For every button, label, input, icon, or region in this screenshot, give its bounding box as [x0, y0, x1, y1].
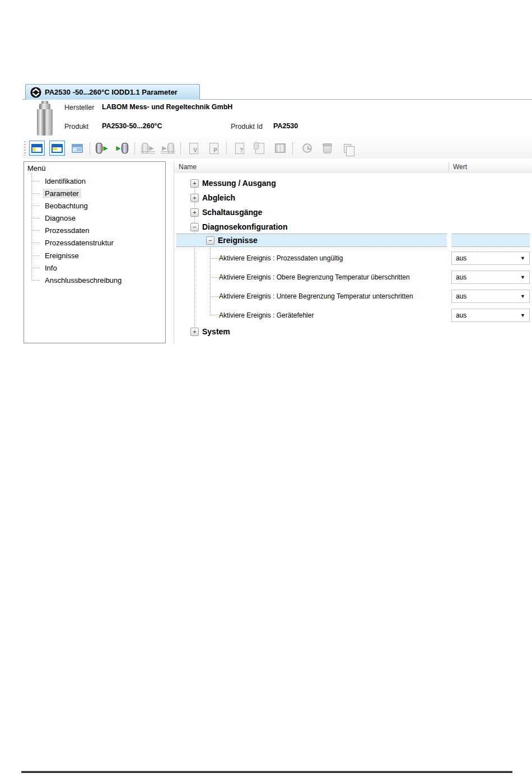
- collapse-icon[interactable]: −: [206, 236, 214, 245]
- page-footer-rule: [21, 771, 512, 773]
- vendor-document-button[interactable]: V: [186, 141, 202, 156]
- value-dropdown[interactable]: aus ▼: [451, 271, 530, 284]
- tree-row-messung-ausgang[interactable]: + Messung / Ausgang: [174, 176, 532, 190]
- device-help-button[interactable]: ?: [232, 141, 248, 156]
- toolbar-separator: [226, 142, 227, 155]
- device-view-icon: [52, 144, 63, 153]
- sidebar-item-prozessdaten[interactable]: Prozessdaten: [24, 225, 92, 236]
- produkt-id-value: PA2530: [273, 122, 298, 130]
- delete-button[interactable]: [319, 141, 335, 156]
- grid-header: Name Wert: [174, 161, 532, 173]
- produkt-id-label: Produkt Id: [231, 123, 263, 130]
- trash-icon: [323, 145, 332, 153]
- toolbar-separator: [292, 142, 293, 155]
- grid-view-icon: [72, 144, 83, 153]
- param-row-untere-begrenzung[interactable]: Aktiviere Ereignis : Untere Begrenzung T…: [174, 287, 532, 306]
- parameter-panel: Name Wert + Messung / Ausgang + Abgleich…: [174, 161, 532, 343]
- device-help-icon: ?: [235, 143, 244, 154]
- device-sync-icon: [255, 143, 264, 154]
- save-icon: [344, 144, 351, 153]
- menu-root[interactable]: Menü: [27, 164, 46, 173]
- tab-title: PA2530 -50...260°C IODD1.1 Parameter: [45, 88, 178, 96]
- chevron-down-icon: ▼: [520, 313, 525, 318]
- toolbar-separator: [180, 142, 181, 155]
- upload-from-device-button[interactable]: ▶: [140, 141, 156, 156]
- tree-row-system[interactable]: + System: [174, 324, 532, 339]
- sidebar-item-info[interactable]: Info: [24, 262, 59, 273]
- hersteller-label: Hersteller: [64, 104, 95, 111]
- tree-row-diagnosekonfiguration[interactable]: − Diagnosekonfiguration: [174, 220, 532, 234]
- product-document-button[interactable]: P: [206, 141, 222, 156]
- column-header-wert[interactable]: Wert: [453, 163, 467, 171]
- vendor-document-icon: V: [189, 143, 198, 154]
- device-view-button[interactable]: [49, 141, 65, 156]
- chevron-down-icon: ▼: [520, 255, 525, 261]
- page: PA2530 -50...260°C IODD1.1 Parameter Her…: [0, 0, 532, 783]
- toolbar-separator: [90, 142, 90, 155]
- expand-icon[interactable]: +: [190, 328, 199, 336]
- column-divider[interactable]: [449, 162, 449, 171]
- tree-row-abgleich[interactable]: + Abgleich: [174, 190, 532, 205]
- history-icon: [302, 143, 312, 153]
- chevron-down-icon: ▼: [520, 293, 525, 299]
- tab-parameter[interactable]: PA2530 -50...260°C IODD1.1 Parameter: [25, 84, 200, 100]
- param-row-prozessdaten-ungueltig[interactable]: Aktiviere Ereignis : Prozessdaten ungült…: [174, 249, 532, 268]
- value-dropdown[interactable]: aus ▼: [451, 290, 530, 303]
- write-to-device-icon: ▶: [116, 143, 128, 153]
- toolbar-grip[interactable]: [24, 141, 26, 156]
- sidebar-item-diagnose[interactable]: Diagnose: [24, 212, 78, 223]
- value-dropdown[interactable]: aus ▼: [451, 251, 530, 265]
- data-table-button[interactable]: [272, 141, 288, 156]
- download-to-device-button[interactable]: ▶: [160, 141, 176, 156]
- topology-view-icon: [31, 144, 43, 153]
- write-to-device-button[interactable]: ▶: [114, 141, 130, 156]
- toolbar: ▶ ▶ ▶ ▶ V P ?: [22, 138, 532, 159]
- value-dropdown[interactable]: aus ▼: [451, 309, 530, 322]
- param-row-geraetefehler[interactable]: Aktiviere Ereignis : Gerätefehler aus ▼: [174, 306, 532, 325]
- history-button[interactable]: [299, 141, 315, 156]
- expand-icon[interactable]: +: [190, 194, 199, 202]
- sidebar-item-ereignisse[interactable]: Ereignisse: [24, 250, 81, 261]
- expand-icon[interactable]: +: [190, 208, 199, 217]
- product-image: [35, 101, 55, 136]
- upload-from-device-icon: ▶: [142, 143, 153, 153]
- iodd-logo-icon: [30, 87, 41, 98]
- read-from-device-button[interactable]: ▶: [94, 141, 110, 156]
- download-to-device-icon: ▶: [162, 143, 174, 153]
- toolbar-separator: [134, 142, 135, 155]
- column-header-name[interactable]: Name: [179, 163, 197, 171]
- tree-row-schaltausgaenge[interactable]: + Schaltausgänge: [174, 205, 532, 220]
- sidebar-item-prozessdatenstruktur[interactable]: Prozessdatenstruktur: [24, 237, 116, 248]
- collapse-icon[interactable]: −: [190, 223, 199, 231]
- expand-icon[interactable]: +: [190, 179, 199, 188]
- menu-panel: Menü Identifikation Parameter Beobachtun…: [24, 161, 166, 343]
- sidebar-item-identifikation[interactable]: Identifikation: [24, 175, 88, 187]
- sidebar-item-beobachtung[interactable]: Beobachtung: [24, 200, 90, 211]
- produkt-label: Produkt: [64, 123, 88, 130]
- grid-view-button[interactable]: [69, 141, 85, 156]
- topology-view-button[interactable]: [29, 141, 45, 156]
- hersteller-value: LABOM Mess- und Regeltechnik GmbH: [102, 103, 232, 111]
- read-from-device-icon: ▶: [96, 143, 108, 153]
- product-document-icon: P: [209, 143, 218, 154]
- chevron-down-icon: ▼: [520, 274, 525, 280]
- produkt-value: PA2530-50...260°C: [102, 122, 162, 130]
- tree-row-ereignisse[interactable]: − Ereignisse: [174, 234, 532, 247]
- device-sync-button[interactable]: [252, 141, 268, 156]
- sidebar-item-anschlussbeschreibung[interactable]: Anschlussbeschreibung: [24, 274, 124, 286]
- sidebar-item-parameter[interactable]: Parameter: [24, 188, 81, 199]
- data-table-icon: [275, 143, 286, 153]
- save-button[interactable]: [339, 141, 355, 156]
- param-row-obere-begrenzung[interactable]: Aktiviere Ereignis : Obere Begrenzung Te…: [174, 268, 532, 287]
